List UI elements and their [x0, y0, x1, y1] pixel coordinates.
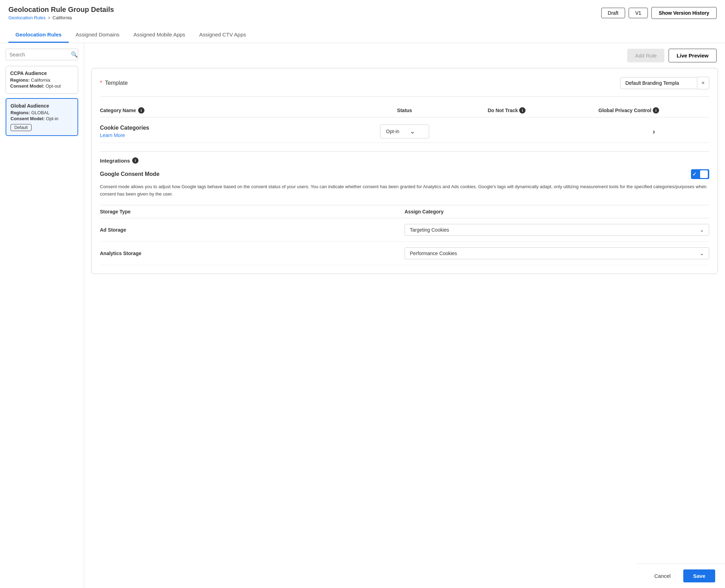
- toggle-knob: [700, 170, 708, 178]
- gcm-title: Google Consent Mode: [100, 171, 160, 177]
- template-label: * Template: [100, 80, 128, 86]
- breadcrumb-link[interactable]: Geolocation Rules: [8, 15, 46, 20]
- storage-row-analytics: Analytics Storage Performance Cookies ⌄: [100, 242, 709, 265]
- analytics-storage-value: Performance Cookies: [410, 251, 457, 256]
- template-input-wrap: ×: [620, 77, 709, 89]
- storage-header: Storage Type Assign Category: [100, 205, 709, 218]
- gcm-description: Consent mode allows you to adjust how Go…: [100, 183, 709, 198]
- cookie-name-cell: Cookie Categories Learn More: [100, 125, 321, 138]
- table-headers: Category Name i Status Do Not Track i Gl…: [100, 104, 709, 117]
- sidebar: 🔍 CCPA Audience Regions: California Cons…: [0, 43, 84, 588]
- category-name-info-icon[interactable]: i: [138, 107, 144, 114]
- show-version-history-button[interactable]: Show Version History: [651, 7, 717, 19]
- analytics-storage-assign-cell: Performance Cookies ⌄: [405, 247, 709, 259]
- gpc-info-icon[interactable]: i: [653, 107, 659, 114]
- ad-storage-label: Ad Storage: [100, 227, 405, 233]
- header-left: Geolocation Rule Group Details Geolocati…: [8, 6, 114, 25]
- cookie-status-cell: Opt-in ⌄: [321, 124, 488, 138]
- search-box: 🔍: [6, 49, 78, 60]
- tab-assigned-ctv-apps[interactable]: Assigned CTV Apps: [192, 27, 253, 43]
- template-section: * Template ×: [100, 77, 709, 97]
- search-input[interactable]: [9, 52, 71, 57]
- status-value: Opt-in: [386, 129, 399, 134]
- analytics-storage-dropdown-arrow: ⌄: [700, 251, 704, 256]
- col-dnt: Do Not Track i: [488, 107, 598, 114]
- toggle-check-icon: ✓: [692, 171, 697, 177]
- ad-storage-dropdown[interactable]: Targeting Cookies ⌄: [405, 224, 709, 236]
- integrations-title: Integrations i: [100, 157, 709, 164]
- required-marker: *: [100, 80, 102, 86]
- page-footer: Cancel Save: [637, 563, 725, 588]
- dropdown-arrow-icon: ⌄: [410, 128, 415, 135]
- template-clear-button[interactable]: ×: [697, 77, 709, 89]
- header-right: Draft V1 Show Version History: [601, 7, 717, 19]
- version-button[interactable]: V1: [629, 8, 648, 18]
- breadcrumb-current: California: [53, 15, 72, 20]
- audience-name-ccpa: CCPA Audience: [10, 70, 74, 76]
- default-badge: Default: [11, 124, 32, 131]
- tab-assigned-mobile-apps[interactable]: Assigned Mobile Apps: [127, 27, 192, 43]
- gcm-row: Google Consent Mode ✓: [100, 169, 709, 179]
- content-area: Add Rule Live Preview * Template × Categ…: [84, 43, 725, 588]
- main-layout: 🔍 CCPA Audience Regions: California Cons…: [0, 43, 725, 588]
- content-toolbar: Add Rule Live Preview: [84, 43, 725, 68]
- learn-more-link[interactable]: Learn More: [100, 132, 321, 138]
- save-button[interactable]: Save: [683, 569, 715, 582]
- integrations-section: Integrations i Google Consent Mode ✓ Con…: [100, 151, 709, 265]
- assign-category-header: Assign Category: [405, 209, 709, 214]
- add-rule-button[interactable]: Add Rule: [627, 49, 664, 62]
- tab-assigned-domains[interactable]: Assigned Domains: [69, 27, 127, 43]
- cookie-categories-row: Cookie Categories Learn More Opt-in ⌄ ›: [100, 120, 709, 143]
- integrations-info-icon[interactable]: i: [132, 157, 138, 164]
- tab-geolocation-rules[interactable]: Geolocation Rules: [8, 27, 69, 43]
- ad-storage-dropdown-arrow: ⌄: [700, 227, 704, 233]
- cookie-gpc-cell: ›: [598, 128, 709, 136]
- page-header: Geolocation Rule Group Details Geolocati…: [0, 0, 725, 43]
- breadcrumb-sep: >: [48, 15, 50, 20]
- search-icon[interactable]: 🔍: [71, 51, 78, 58]
- audience-card-global[interactable]: Global Audience Regions: GLOBAL Consent …: [6, 98, 78, 136]
- live-preview-button[interactable]: Live Preview: [669, 49, 717, 62]
- dnt-info-icon[interactable]: i: [519, 107, 526, 114]
- analytics-storage-label: Analytics Storage: [100, 251, 405, 256]
- col-gpc: Global Privacy Control i: [598, 107, 709, 114]
- audience-regions-ccpa: Regions: California: [10, 77, 74, 83]
- storage-row-ad: Ad Storage Targeting Cookies ⌄: [100, 218, 709, 242]
- page-title: Geolocation Rule Group Details: [8, 6, 114, 14]
- audience-regions-global: Regions: GLOBAL: [11, 110, 73, 115]
- template-input[interactable]: [620, 77, 697, 89]
- storage-type-header: Storage Type: [100, 209, 405, 214]
- cookie-expand-icon[interactable]: ›: [653, 128, 655, 136]
- status-dropdown[interactable]: Opt-in ⌄: [380, 124, 429, 138]
- cookie-name: Cookie Categories: [100, 125, 321, 131]
- cancel-button[interactable]: Cancel: [646, 569, 678, 582]
- ad-storage-assign-cell: Targeting Cookies ⌄: [405, 224, 709, 236]
- analytics-storage-dropdown[interactable]: Performance Cookies ⌄: [405, 247, 709, 259]
- rule-card: * Template × Category Name i Status: [91, 68, 718, 274]
- audience-consent-ccpa: Consent Model: Opt-out: [10, 83, 74, 89]
- gcm-toggle-button[interactable]: ✓: [691, 169, 709, 179]
- ad-storage-value: Targeting Cookies: [410, 227, 449, 233]
- col-status: Status: [321, 108, 488, 113]
- breadcrumb: Geolocation Rules > California: [8, 15, 114, 20]
- col-category-name: Category Name i: [100, 107, 321, 114]
- tabs: Geolocation Rules Assigned Domains Assig…: [8, 27, 717, 43]
- draft-button[interactable]: Draft: [601, 8, 625, 18]
- gcm-toggle[interactable]: ✓: [691, 169, 709, 179]
- storage-table: Storage Type Assign Category Ad Storage …: [100, 205, 709, 265]
- template-text: Template: [105, 80, 128, 86]
- audience-card-ccpa[interactable]: CCPA Audience Regions: California Consen…: [6, 66, 78, 94]
- audience-name-global: Global Audience: [11, 103, 73, 109]
- audience-consent-global: Consent Model: Opt-in: [11, 116, 73, 121]
